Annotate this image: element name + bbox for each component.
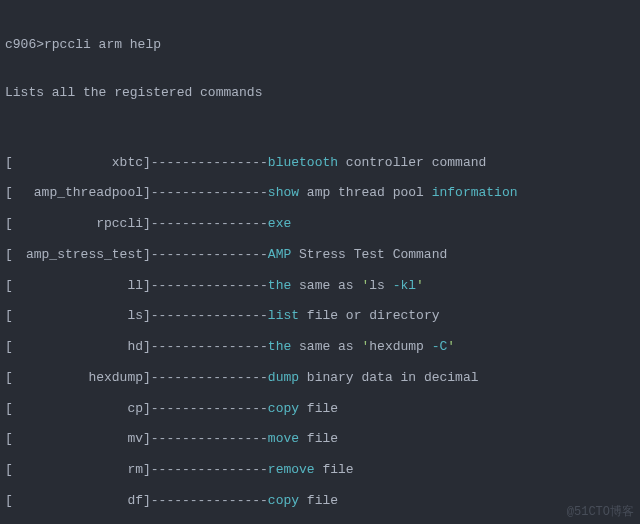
open-bracket: [ (5, 401, 13, 417)
keyword-token: AMP (268, 247, 291, 262)
text-token: amp thread pool (299, 185, 432, 200)
command-row: [amp_threadpool]---------------show amp … (5, 185, 635, 201)
open-bracket: [ (5, 185, 13, 201)
option-token: -kl (393, 278, 416, 293)
close-bracket: ] (143, 155, 151, 171)
close-bracket: ] (143, 401, 151, 417)
separator-dashes: --------------- (151, 401, 268, 417)
separator-dashes: --------------- (151, 370, 268, 386)
text-token: same as (291, 339, 361, 354)
command-name: xbtc (13, 155, 143, 171)
command-description: AMP Stress Test Command (268, 247, 447, 263)
command-description: move file (268, 431, 338, 447)
close-bracket: ] (143, 370, 151, 386)
quote-token: ' (416, 278, 424, 293)
command-description: remove file (268, 462, 354, 478)
command-row: [hexdump]---------------dump binary data… (5, 370, 635, 386)
open-bracket: [ (5, 370, 13, 386)
command-name: cp (13, 401, 143, 417)
command-name: rpccli (13, 216, 143, 232)
keyword-token: copy (268, 401, 299, 416)
command-name: hexdump (13, 370, 143, 386)
close-bracket: ] (143, 339, 151, 355)
command-name: hd (13, 339, 143, 355)
command-description: show amp thread pool information (268, 185, 518, 201)
command-name: amp_stress_test (13, 247, 143, 263)
option-token: -C (432, 339, 448, 354)
command-description: exe (268, 216, 291, 232)
command-row: [rpccli]---------------exe (5, 216, 635, 232)
text-token: file (315, 462, 354, 477)
separator-dashes: --------------- (151, 278, 268, 294)
open-bracket: [ (5, 216, 13, 232)
keyword-token: the (268, 339, 291, 354)
command-name: amp_threadpool (13, 185, 143, 201)
close-bracket: ] (143, 431, 151, 447)
separator-dashes: --------------- (151, 339, 268, 355)
open-bracket: [ (5, 462, 13, 478)
command-row: [mv]---------------move file (5, 431, 635, 447)
text-token: file (299, 401, 338, 416)
command-list: [xbtc]---------------bluetooth controlle… (5, 155, 635, 525)
separator-dashes: --------------- (151, 216, 268, 232)
command-description: the same as 'ls -kl' (268, 278, 424, 294)
terminal-output: c906>rpccli arm help Lists all the regis… (0, 0, 640, 524)
command-name: rm (13, 462, 143, 478)
quote-token: ' (447, 339, 455, 354)
command-description: dump binary data in decimal (268, 370, 479, 386)
command-row: [df]---------------copy file (5, 493, 635, 509)
command-description: bluetooth controller command (268, 155, 486, 171)
keyword-token: show (268, 185, 299, 200)
text-token: file or directory (299, 308, 439, 323)
command-row: [xbtc]---------------bluetooth controlle… (5, 155, 635, 171)
open-bracket: [ (5, 493, 13, 509)
open-bracket: [ (5, 308, 13, 324)
separator-dashes: --------------- (151, 431, 268, 447)
close-bracket: ] (143, 462, 151, 478)
command-description: the same as 'hexdump -C' (268, 339, 455, 355)
close-bracket: ] (143, 493, 151, 509)
text-token: Stress Test Command (291, 247, 447, 262)
close-bracket: ] (143, 278, 151, 294)
keyword-token: bluetooth (268, 155, 338, 170)
close-bracket: ] (143, 216, 151, 232)
separator-dashes: --------------- (151, 462, 268, 478)
command-name: df (13, 493, 143, 509)
open-bracket: [ (5, 278, 13, 294)
close-bracket: ] (143, 247, 151, 263)
keyword-token: dump (268, 370, 299, 385)
keyword-token: remove (268, 462, 315, 477)
keyword-token: the (268, 278, 291, 293)
separator-dashes: --------------- (151, 155, 268, 171)
keyword-token: copy (268, 493, 299, 508)
keyword-token: list (268, 308, 299, 323)
command-description: copy file (268, 493, 338, 509)
keyword-token: move (268, 431, 299, 446)
command-row: [hd]---------------the same as 'hexdump … (5, 339, 635, 355)
watermark-text: @51CTO博客 (567, 505, 634, 520)
command-row: [cp]---------------copy file (5, 401, 635, 417)
text-token: file (299, 493, 338, 508)
keyword-token: exe (268, 216, 291, 231)
text-token: same as (291, 278, 361, 293)
open-bracket: [ (5, 431, 13, 447)
open-bracket: [ (5, 155, 13, 171)
subtitle-line: Lists all the registered commands (5, 85, 635, 101)
separator-dashes: --------------- (151, 308, 268, 324)
command-row: [rm]---------------remove file (5, 462, 635, 478)
text-token: file (299, 431, 338, 446)
text-token: controller command (338, 155, 486, 170)
command-row: [ls]---------------list file or director… (5, 308, 635, 324)
prompt-line: c906>rpccli arm help (5, 37, 635, 53)
open-bracket: [ (5, 339, 13, 355)
text-token: binary data in decimal (299, 370, 478, 385)
command-description: copy file (268, 401, 338, 417)
separator-dashes: --------------- (151, 185, 268, 201)
close-bracket: ] (143, 308, 151, 324)
command-name: ls (13, 308, 143, 324)
command-row: [amp_stress_test]---------------AMP Stre… (5, 247, 635, 263)
keyword-token: information (432, 185, 518, 200)
command-name: ll (13, 278, 143, 294)
command-name: mv (13, 431, 143, 447)
separator-dashes: --------------- (151, 247, 268, 263)
